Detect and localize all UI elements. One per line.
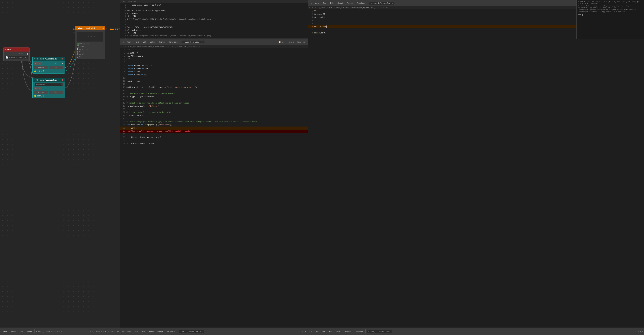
code-line-12: 12 xyxy=(120,83,308,86)
frame-checkbox[interactable] xyxy=(77,46,79,48)
node-view-btn[interactable]: View xyxy=(1,330,8,333)
mid-templates-btn[interactable]: Templates xyxy=(168,41,179,43)
right-view-btn[interactable]: View xyxy=(314,2,320,5)
mid-view-btn[interactable]: View xyxy=(126,41,132,43)
mid-bot-file[interactable]: ✎ test_filepath3.py ▼ xyxy=(179,330,204,333)
mid-bot-edit-btn[interactable]: Edit xyxy=(140,330,146,333)
script-icon-2b: ↺ xyxy=(38,87,42,90)
mid-edit-btn[interactable]: Edit xyxy=(141,41,147,43)
code-line-14: 14 xyxy=(120,89,308,92)
code-line-19: 19 variableAttribute = 'Integer' xyxy=(120,105,308,108)
code-line-1: 1 """ xyxy=(120,48,308,52)
right-text-btn[interactable]: Text xyxy=(322,2,328,5)
viewer-node-header: ▼ Viewer text mk3 ≡ xyxy=(75,26,105,30)
file-selector[interactable]: ✎ Sverchok_viewer ▼ xyxy=(182,41,204,44)
viewer-autoupdate-row: ✓ autoupdate xyxy=(76,42,104,45)
right-bot-type: ✎ ⊞ xyxy=(309,330,312,332)
mid-bot-view-btn[interactable]: View xyxy=(126,330,132,333)
right-bot-text-btn[interactable]: Text xyxy=(321,330,327,333)
script-node-2-clear[interactable]: Clear xyxy=(49,91,63,94)
node-node-btn[interactable]: Node xyxy=(26,330,33,333)
code-line-18: 18 # variable to control which attribute… xyxy=(120,102,308,105)
right-code-editor: File: D:\0_RMaps\Projects\2400_BlenderAn… xyxy=(308,6,644,327)
right-bot-templates-btn[interactable]: Templates xyxy=(353,330,364,333)
code-editor-main: File: D:\0_RMaps\Projects\2400_BlenderAn… xyxy=(120,45,308,327)
code-line-27: 27 [gi['features'][features]['properties… xyxy=(120,130,308,133)
code-line-26: 26 value = xyxy=(120,127,308,130)
mid-bot-templates-btn[interactable]: Templates xyxy=(166,330,177,333)
code-line-13: 13 gpd1 = gpd.read_file(path2, layer = "… xyxy=(120,86,308,89)
mid-bot-select-btn[interactable]: Select xyxy=(147,330,155,333)
script-1-path-socket: path. 1 xyxy=(34,70,64,73)
right-bot-select-btn[interactable]: Select xyxy=(335,330,343,333)
text-viewer-content: 1 node name: Viewer text mk3 2 3Socket D… xyxy=(120,3,308,39)
viewer-view-area: V I E W xyxy=(77,32,103,42)
python-console: PYTHON INTERACTIVE CONSOLE 3.9.2 (defaul… xyxy=(576,0,644,39)
right-editor-type: ✎ ⊞ xyxy=(309,2,312,4)
data0-dot xyxy=(77,48,78,50)
right-bot-format-btn[interactable]: Format xyxy=(344,330,352,333)
console-modules: Built-in Modules: bpy, bpy.data, bpy.ops… xyxy=(578,5,643,9)
node-select-btn[interactable]: Select xyxy=(10,330,18,333)
script-icon-1b: ↺ xyxy=(38,62,42,65)
code-line-25: 25 for features in range(len(gi['feature… xyxy=(120,123,308,127)
viewer-node-menu-icon[interactable]: ≡ xyxy=(102,27,104,29)
data3-socket: data3 xyxy=(76,55,104,58)
node-file-indicator: test_filepath 2 ✓ ✕ ↺ → xyxy=(36,330,62,332)
mid-format-btn[interactable]: Format xyxy=(158,41,166,43)
text-viewer-left: Text: Internal 1 node name: Viewer text … xyxy=(120,0,308,39)
mid-bot-format-btn[interactable]: Format xyxy=(156,330,165,333)
right-bot-file[interactable]: ✎ test_filepath1.py ▼ xyxy=(366,330,392,333)
path-output-socket xyxy=(27,53,28,55)
script-node-1-refresh[interactable]: ↺ xyxy=(61,58,63,60)
mid-toolbar-right: ✓ 📋 ⊞ ✕ ▶ ⊞ ⊟ ⊡ → View Text xyxy=(277,40,306,44)
mid-bottom-toolbar: ✎ ⊞ View Text Edit Select Format Templat… xyxy=(120,327,308,335)
editor-type-icons: ✎ ⊞ xyxy=(122,41,124,43)
mid-select-btn[interactable]: Select xyxy=(148,41,156,43)
node-add-btn[interactable]: Add xyxy=(18,330,25,333)
right-bot-view-btn[interactable]: View xyxy=(313,330,320,333)
right-templates-btn[interactable]: Templates xyxy=(355,2,366,5)
script-node-1: ▼ SN: test_filepath1.py ↺ ⊞ ↺ text. 1 ▼ … xyxy=(32,57,65,74)
code-line-23: 23 xyxy=(120,117,308,120)
script-node-1-header: ▼ SN: test_filepath1.py ↺ xyxy=(32,57,65,61)
mid-text-btn[interactable]: Text xyxy=(134,41,140,43)
text-indicator-1: text. 1 ▼ xyxy=(54,63,63,65)
script-node-2-refresh[interactable]: ↺ xyxy=(61,79,63,81)
code-file-label-1: File: D:\0_RMaps\Projects\2400_BlenderAn… xyxy=(120,45,308,48)
text-viewer-header: Text: Internal xyxy=(120,0,308,3)
script-node-1-clear[interactable]: Clear xyxy=(49,66,63,69)
attribute-dropdown[interactable]: Attribute. ▼ xyxy=(34,83,63,86)
data1-dot xyxy=(77,51,78,53)
script-node-2: ▼ SN: test_filepath3.py ↺ Attribute. ▼ ⊞… xyxy=(32,78,65,98)
code-line-31: 31 Attribute = listAttribute xyxy=(120,142,308,145)
right-bot-edit-btn[interactable]: Edit xyxy=(328,330,334,333)
autoupdate-checkbox[interactable]: ✓ xyxy=(77,43,79,45)
mid-bot-sep xyxy=(178,329,178,333)
script-node-2-reload[interactable]: Reload xyxy=(34,91,48,94)
script-icon-1a: ⊞ xyxy=(34,62,38,65)
mid-bot-text-btn[interactable]: Text xyxy=(133,330,139,333)
code-line-9: 9 import numpy as np xyxy=(120,73,308,77)
code-line-7: 7 import pandas as pd xyxy=(120,67,308,70)
script-node-1-buttons: Reload Clear xyxy=(34,66,63,69)
script-node-1-reload[interactable]: Reload xyxy=(34,66,48,69)
code-content-1[interactable]: 1 """ 2 in path FP 3 out Attribute s 4 "… xyxy=(120,48,308,327)
viewer-node: ▼ Viewer text mk3 ≡ V I E W ✓ autoupdate… xyxy=(75,26,105,59)
data1-socket: data1. 1 xyxy=(76,50,104,53)
right-bottom-toolbar: ✎ ⊞ View Text Edit Select Format Templat… xyxy=(308,327,644,335)
right-format-btn[interactable]: Format xyxy=(345,2,354,5)
code-line-21: 21 # create empty list to add attributes… xyxy=(120,111,308,114)
code-line-11: 11 path2 = path xyxy=(120,80,308,83)
right-select-btn[interactable]: Select xyxy=(336,2,344,5)
path-node-close[interactable]: ✕ xyxy=(26,48,28,51)
right-file-selector[interactable]: ✎ test_filepath3.py ▼ xyxy=(369,2,394,5)
code-line-2: 2 in path FP xyxy=(120,52,308,55)
node-editor: 0ms ▼ path ✕ File Path. 1 📄 BlenderAndGI… xyxy=(0,0,120,335)
code-line-8: 8 import fiona xyxy=(120,70,308,74)
text-viewer-section: Text: Internal 1 node name: Viewer text … xyxy=(120,0,308,39)
console-prompt[interactable]: >>> xyxy=(578,14,643,16)
right-edit-btn[interactable]: Edit xyxy=(329,2,335,5)
right-code-content[interactable]: 1 """ 2 in path FP 3 out text s 4 """ xyxy=(308,9,644,327)
mid-toolbar: ✎ ⊞ View Text Edit Select Format Templat… xyxy=(120,39,308,45)
